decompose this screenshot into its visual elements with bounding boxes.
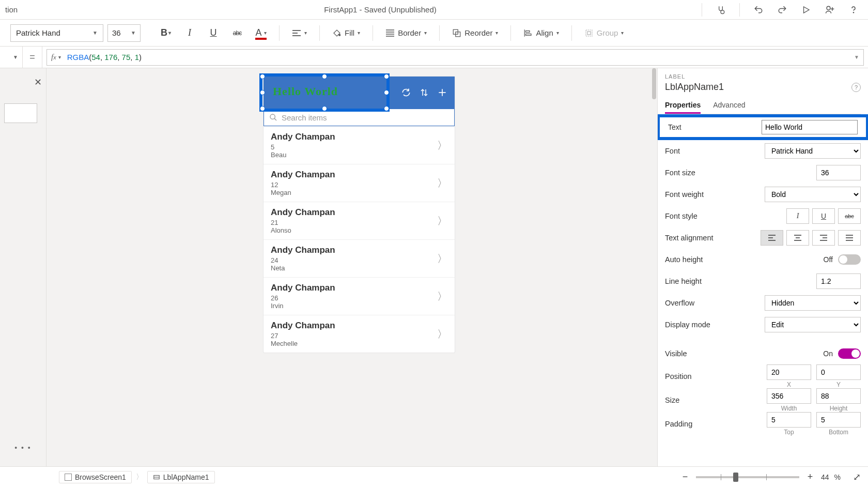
add-icon[interactable] xyxy=(437,87,447,98)
align-center-button[interactable] xyxy=(786,230,809,246)
align-justify-button[interactable] xyxy=(838,230,861,246)
size-h-input[interactable] xyxy=(816,388,861,404)
text-value-input[interactable] xyxy=(762,120,858,134)
canvas[interactable]: Hello World xyxy=(47,68,657,466)
app-preview: Search items Andy Champan 5 Beau 〉 Andy … xyxy=(264,77,455,353)
list-item[interactable]: Andy Champan 5 Beau 〉 xyxy=(264,126,455,164)
bold-button[interactable]: B▾ xyxy=(156,24,176,42)
redo-icon[interactable] xyxy=(776,4,788,16)
resize-handle[interactable] xyxy=(322,74,327,79)
autoheight-state: Off xyxy=(824,255,833,264)
resize-handle[interactable] xyxy=(322,106,327,111)
lineheight-label: Line height xyxy=(665,277,816,285)
resize-handle[interactable] xyxy=(384,90,389,95)
zoom-out-button[interactable]: − xyxy=(679,471,691,483)
zoom-value: 44 xyxy=(821,473,829,481)
fill-label: Fill xyxy=(345,28,354,37)
font-select[interactable]: Patrick Hand xyxy=(765,143,861,159)
resize-handle[interactable] xyxy=(384,106,389,111)
align-right-button[interactable] xyxy=(812,230,835,246)
close-icon[interactable]: ✕ xyxy=(34,77,42,88)
text-align-button[interactable]: ▾ xyxy=(288,24,311,42)
list-item[interactable]: Andy Champan 24 Neta 〉 xyxy=(264,239,455,277)
italic-toggle[interactable]: I xyxy=(786,208,809,224)
align-button[interactable]: Align ▾ xyxy=(519,24,563,42)
undo-icon[interactable] xyxy=(752,4,765,16)
item-number: 24 xyxy=(271,256,437,264)
svg-point-0 xyxy=(721,10,724,13)
font-size-select[interactable]: 36 ▼ xyxy=(107,24,141,42)
list-item[interactable]: Andy Champan 21 Alonso 〉 xyxy=(264,202,455,239)
border-button[interactable]: Border ▾ xyxy=(381,24,431,42)
chevron-down-icon[interactable]: ▼ xyxy=(854,54,859,60)
align-icon xyxy=(523,28,533,38)
item-sub: Neta xyxy=(271,264,437,272)
text-property-highlight: Text xyxy=(657,114,868,140)
font-select[interactable]: Patrick Hand ▼ xyxy=(10,24,103,42)
pos-y-input[interactable] xyxy=(816,364,861,380)
resize-handle[interactable] xyxy=(384,74,389,79)
underline-button[interactable]: U xyxy=(204,24,223,42)
zoom-slider[interactable] xyxy=(696,476,799,478)
svg-rect-20 xyxy=(587,32,591,35)
svg-rect-17 xyxy=(526,31,530,32)
rail-input[interactable] xyxy=(4,103,37,123)
reorder-button[interactable]: Reorder ▾ xyxy=(448,24,502,42)
breadcrumb-screen[interactable]: BrowseScreen1 xyxy=(59,471,132,483)
list-item[interactable]: Andy Champan 27 Mechelle 〉 xyxy=(264,315,455,353)
breadcrumb: BrowseScreen1 〉 LblAppName1 xyxy=(59,471,215,483)
list-item[interactable]: Andy Champan 12 Megan 〉 xyxy=(264,164,455,202)
strike-toggle[interactable]: abc xyxy=(838,208,861,224)
pad-top-input[interactable] xyxy=(767,412,811,428)
scrollbar[interactable] xyxy=(651,68,657,466)
underline-toggle[interactable]: U xyxy=(812,208,835,224)
overflow-select[interactable]: Hidden xyxy=(765,295,861,311)
help-icon[interactable]: ? xyxy=(851,83,861,92)
size-w-input[interactable] xyxy=(767,388,811,404)
item-name: Andy Champan xyxy=(271,245,437,255)
svg-rect-18 xyxy=(526,34,532,35)
health-icon[interactable] xyxy=(715,4,727,16)
visible-state: On xyxy=(823,349,833,358)
item-sub: Irvin xyxy=(271,302,437,310)
resize-handle[interactable] xyxy=(260,106,265,111)
formula-input[interactable]: fx ▾ RGBA(54, 176, 75, 1) ▼ xyxy=(47,49,864,66)
statusbar: BrowseScreen1 〉 LblAppName1 − + 44 % ⤢ xyxy=(0,466,868,487)
lineheight-input[interactable] xyxy=(816,273,861,289)
item-name: Andy Champan xyxy=(271,321,437,331)
breadcrumb-control[interactable]: LblAppName1 xyxy=(147,471,215,483)
fill-button[interactable]: Fill ▾ xyxy=(328,24,364,42)
pad-bottom-input[interactable] xyxy=(816,412,861,428)
fontsize-input[interactable] xyxy=(816,165,861,180)
align-left-button[interactable] xyxy=(761,230,783,246)
formula-bar: ▼ = fx ▾ RGBA(54, 176, 75, 1) ▼ xyxy=(0,47,868,68)
item-name: Andy Champan xyxy=(271,283,437,293)
visible-toggle[interactable] xyxy=(838,348,861,359)
autoheight-toggle[interactable] xyxy=(838,254,861,265)
fontweight-select[interactable]: Bold xyxy=(765,187,861,202)
tab-advanced[interactable]: Advanced xyxy=(713,98,745,114)
fullscreen-icon[interactable]: ⤢ xyxy=(853,471,861,483)
strikethrough-button[interactable]: abc xyxy=(227,24,247,42)
list-item[interactable]: Andy Champan 26 Irvin 〉 xyxy=(264,277,455,315)
help-icon[interactable] xyxy=(847,4,860,16)
ellipsis-icon[interactable]: • • • xyxy=(14,444,31,452)
refresh-icon[interactable] xyxy=(401,87,411,98)
tab-properties[interactable]: Properties xyxy=(665,98,701,114)
font-color-button[interactable]: A▾ xyxy=(251,24,271,42)
property-dropdown[interactable]: ▼ xyxy=(0,47,23,68)
selection-box[interactable]: Hello World xyxy=(259,73,390,112)
resize-handle[interactable] xyxy=(260,90,265,95)
italic-button[interactable]: I xyxy=(180,24,199,42)
displaymode-label: Display mode xyxy=(665,321,765,329)
share-icon[interactable] xyxy=(824,4,836,16)
sort-icon[interactable] xyxy=(420,87,429,98)
pos-x-input[interactable] xyxy=(767,364,811,380)
resize-handle[interactable] xyxy=(260,74,265,79)
svg-rect-19 xyxy=(586,30,592,36)
zoom-in-button[interactable]: + xyxy=(804,471,816,483)
displaymode-select[interactable]: Edit xyxy=(765,317,861,332)
chevron-right-icon: 〉 xyxy=(437,214,447,228)
play-icon[interactable] xyxy=(800,4,812,16)
reorder-icon xyxy=(452,28,461,38)
